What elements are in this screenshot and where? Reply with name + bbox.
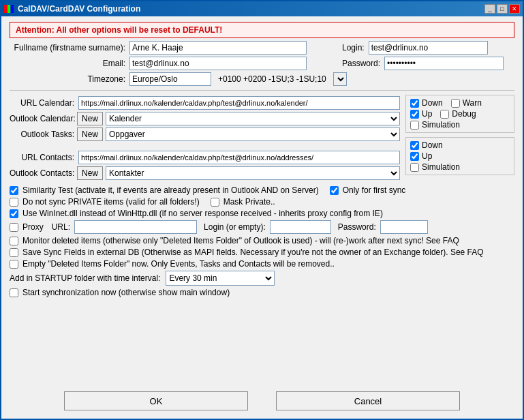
url-calendar-label: URL Calendar: [10,98,74,108]
startup-label: Add in STARTUP folder with time interval… [10,273,160,283]
cancel-button[interactable]: Cancel [276,391,460,410]
right-column: Down Warn Up Debug Simulation [405,95,514,180]
similarity-label: Similarity Test (activate it, if events … [22,185,319,195]
outlook-contacts-row: Outlook Contacts: New Kontakter [10,166,400,180]
startup-row: Add in STARTUP folder with time interval… [10,271,514,286]
con-down-label: Down [422,140,443,150]
title-bar-left: CalDAV/CardDAV Configuration [4,3,140,14]
con-up-checkbox[interactable] [410,152,419,161]
start-sync-checkbox[interactable] [10,288,18,297]
proxy-url-input[interactable] [74,220,197,234]
minimize-button[interactable]: _ [484,4,495,14]
proxy-checkbox[interactable] [10,223,18,232]
similarity-checkbox[interactable] [10,186,18,195]
cal-debug-label: Debug [452,109,476,119]
con-down-row: Down [410,140,510,150]
warning-text: Attention: All other options will be res… [16,25,222,35]
con-simulation-row: Simulation [410,162,510,172]
only-first-sync-checkbox[interactable] [330,186,339,195]
wininet-checkbox[interactable] [10,209,18,218]
password-label: Password: [342,59,380,68]
no-private-row: Do not sync PRIVATE items (valid for all… [10,197,514,207]
fullname-label: Fullname (firstname surname): [10,43,125,52]
no-private-checkbox[interactable] [10,198,18,207]
footer-buttons: OK Cancel [10,387,514,413]
url-contacts-row: URL Contacts: [10,151,400,164]
cal-debug-checkbox[interactable] [440,110,449,119]
title-controls: _ □ ✕ [484,4,520,14]
cal-up-checkbox[interactable] [410,110,419,119]
con-simulation-checkbox[interactable] [410,163,419,172]
proxy-url-label: URL: [52,222,70,232]
new-calendar-button[interactable]: New [77,112,103,125]
startup-interval-select[interactable]: Every 30 min Every 1 hour Every 2 hours … [166,271,275,286]
tasks-select[interactable]: Oppgaver [106,127,400,141]
new-tasks-button[interactable]: New [77,127,103,141]
url-calendar-row: URL Calendar: [10,96,400,110]
email-input[interactable] [129,57,307,70]
proxy-row: Proxy URL: Login (or empty): Password: [10,220,514,234]
timezone-input[interactable] [129,72,211,86]
cal-down-checkbox[interactable] [410,99,419,108]
main-window: CalDAV/CardDAV Configuration _ □ ✕ Atten… [0,0,524,420]
proxy-password-input[interactable] [380,220,428,234]
email-label: Email: [10,59,125,68]
top-form: Fullname (firstname surname): Login: Ema… [10,41,514,86]
calendar-contacts-section: URL Calendar: Outlook Calendar: New Kale… [10,95,514,180]
ok-button[interactable]: OK [64,391,248,410]
warning-banner: Attention: All other options will be res… [10,22,514,38]
timezone-label: Timezone: [10,74,125,84]
timezone-dropdown[interactable] [333,72,347,86]
start-sync-row: Start synchronization now (otherwise sho… [10,288,514,297]
separator-1 [10,90,514,91]
login-or-empty-label: Login (or empty): [204,222,266,232]
outlook-contacts-label: Outlook Contacts: [10,168,74,178]
login-or-empty-input[interactable] [270,220,331,234]
password-input[interactable] [384,57,504,70]
maximize-button[interactable]: □ [497,4,508,14]
main-content: Attention: All other options will be res… [1,16,523,419]
con-simulation-label: Simulation [422,162,460,172]
outlook-tasks-row: Outlook Tasks: New Oppgaver [10,127,400,141]
con-up-row: Up [410,151,510,161]
con-down-checkbox[interactable] [410,141,419,150]
cal-up-label: Up [422,109,432,119]
wininet-label: Use WinInet.dll instead of WinHttp.dll (… [22,209,383,218]
close-button[interactable]: ✕ [509,4,520,14]
monitor-deleted-row: Monitor deleted items (otherwise only "D… [10,236,514,245]
options-section: Similarity Test (activate it, if events … [10,185,514,297]
empty-deleted-label: Empty "Deleted Items Folder" now. Only E… [22,259,335,269]
con-up-label: Up [422,151,432,161]
cal-down-row: Down Warn [410,98,510,108]
outlook-calendar-label: Outlook Calendar: [10,114,74,123]
left-column: URL Calendar: Outlook Calendar: New Kale… [10,95,400,180]
calendar-select[interactable]: Kalender [106,112,400,125]
cal-down-label: Down [422,98,443,108]
contacts-select[interactable]: Kontakter [106,166,400,180]
login-input[interactable] [369,41,488,55]
cal-simulation-label: Simulation [422,120,460,130]
monitor-deleted-label: Monitor deleted items (otherwise only "D… [22,236,459,245]
cal-simulation-row: Simulation [410,120,510,130]
start-sync-label: Start synchronization now (otherwise sho… [22,288,230,297]
cal-warn-checkbox[interactable] [451,99,460,108]
empty-deleted-checkbox[interactable] [10,260,18,269]
save-sync-checkbox[interactable] [10,248,18,257]
fullname-input[interactable] [129,41,307,55]
wininet-row: Use WinInet.dll instead of WinHttp.dll (… [10,209,514,218]
mask-private-checkbox[interactable] [211,198,219,207]
title-bar: CalDAV/CardDAV Configuration _ □ ✕ [1,1,523,16]
cal-warn-label: Warn [463,98,482,108]
email-row: Email: Password: [10,57,514,70]
url-contacts-input[interactable] [78,151,400,164]
outlook-calendar-row: Outlook Calendar: New Kalender [10,112,400,125]
cal-simulation-checkbox[interactable] [410,121,419,130]
new-contacts-button[interactable]: New [77,166,103,180]
app-icon [4,3,15,14]
fullname-row: Fullname (firstname surname): Login: [10,41,514,55]
outlook-tasks-label: Outlook Tasks: [10,130,74,139]
no-private-label: Do not sync PRIVATE items (valid for all… [22,197,200,207]
monitor-deleted-checkbox[interactable] [10,237,18,245]
url-calendar-input[interactable] [78,96,400,110]
login-label: Login: [342,43,365,52]
